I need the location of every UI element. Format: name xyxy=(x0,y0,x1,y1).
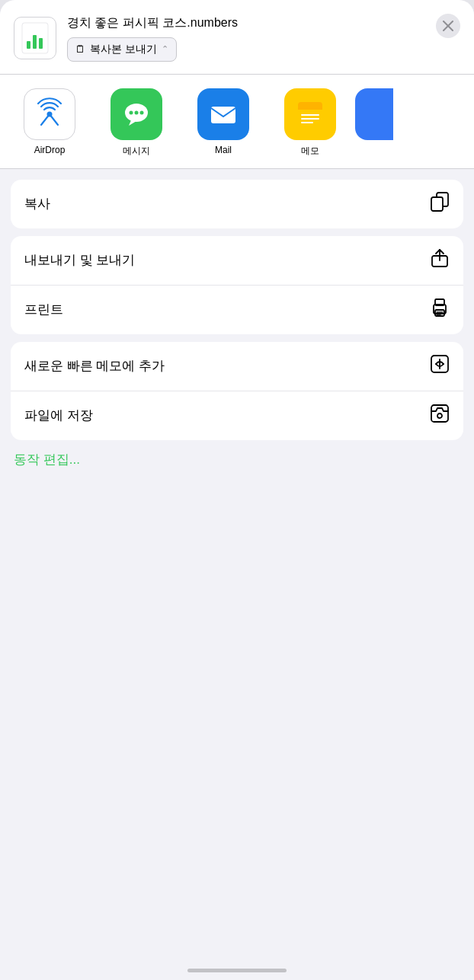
app-item-partial[interactable] xyxy=(355,88,393,140)
quick-note-icon xyxy=(430,354,450,378)
print-icon xyxy=(430,298,450,322)
svg-point-11 xyxy=(135,110,139,114)
notes-icon xyxy=(284,88,336,140)
chevron-icon: ⌃ xyxy=(162,44,168,54)
header-right: 경치 좋은 퍼시픽 코스.numbers 🗒 복사본 보내기 ⌃ xyxy=(67,15,460,62)
svg-rect-3 xyxy=(33,35,37,49)
copy-label: 복사 xyxy=(24,195,50,212)
print-action[interactable]: 프린트 xyxy=(11,286,463,334)
export-icon xyxy=(430,248,450,273)
svg-rect-16 xyxy=(298,107,322,110)
svg-rect-13 xyxy=(211,107,235,123)
file-title: 경치 좋은 퍼시픽 코스.numbers xyxy=(67,15,460,31)
save-file-label: 파일에 저장 xyxy=(24,407,93,424)
copy-icon xyxy=(430,192,450,216)
share-sheet: 경치 좋은 퍼시픽 코스.numbers 🗒 복사본 보내기 ⌃ xyxy=(0,0,474,980)
print-label: 프린트 xyxy=(24,301,63,318)
app-item-messages[interactable]: 메시지 xyxy=(94,88,178,158)
airdrop-icon xyxy=(24,88,75,140)
export-action[interactable]: 내보내기 및 보내기 xyxy=(11,236,463,286)
file-icon xyxy=(14,17,56,59)
save-file-icon xyxy=(430,404,450,428)
close-button[interactable] xyxy=(436,14,460,38)
action-group-export-print: 내보내기 및 보내기 프린트 xyxy=(11,236,463,334)
apps-row: AirDrop 메시지 Mai xyxy=(0,75,474,169)
svg-rect-2 xyxy=(27,41,30,49)
svg-point-32 xyxy=(437,413,442,418)
edit-actions-link[interactable]: 동작 편집... xyxy=(14,451,460,468)
svg-point-12 xyxy=(140,110,144,114)
app-item-mail[interactable]: Mail xyxy=(181,88,265,155)
mail-label: Mail xyxy=(215,145,232,155)
quick-note-action[interactable]: 새로운 빠른 메모에 추가 xyxy=(11,342,463,391)
svg-marker-9 xyxy=(129,120,136,126)
action-group-notes-save: 새로운 빠른 메모에 추가 파일에 저장 xyxy=(11,342,463,440)
svg-point-10 xyxy=(130,110,133,114)
edit-actions-label: 동작 편집... xyxy=(14,452,80,467)
messages-icon xyxy=(110,88,162,140)
sheet-header: 경치 좋은 퍼시픽 코스.numbers 🗒 복사본 보내기 ⌃ xyxy=(0,0,474,75)
home-indicator xyxy=(187,969,287,972)
svg-rect-21 xyxy=(431,197,443,211)
svg-rect-4 xyxy=(39,38,43,49)
partial-icon xyxy=(355,88,393,140)
svg-rect-26 xyxy=(435,310,444,316)
action-selector-label: 복사본 보내기 xyxy=(90,43,157,56)
mail-icon xyxy=(197,88,249,140)
app-item-airdrop[interactable]: AirDrop xyxy=(8,88,91,155)
notes-label: 메모 xyxy=(301,145,319,158)
action-selector-dropdown[interactable]: 🗒 복사본 보내기 ⌃ xyxy=(67,37,177,62)
copy-action[interactable]: 복사 xyxy=(11,180,463,228)
action-group-copy: 복사 xyxy=(11,180,463,228)
save-file-action[interactable]: 파일에 저장 xyxy=(11,391,463,440)
airdrop-label: AirDrop xyxy=(34,145,66,155)
messages-label: 메시지 xyxy=(123,145,150,158)
app-item-notes[interactable]: 메모 xyxy=(268,88,352,158)
export-label: 내보내기 및 보내기 xyxy=(24,251,135,269)
quick-note-label: 새로운 빠른 메모에 추가 xyxy=(24,357,165,375)
file-doc-icon: 🗒 xyxy=(75,43,85,55)
